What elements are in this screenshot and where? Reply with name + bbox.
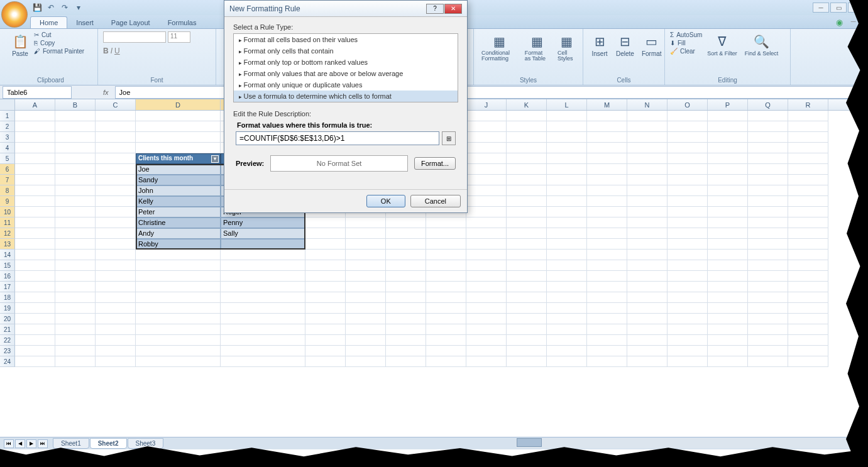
cell[interactable] — [667, 260, 708, 271]
cell[interactable] — [426, 356, 466, 367]
cell[interactable] — [547, 356, 587, 367]
row-header[interactable]: 12 — [0, 228, 15, 239]
tab-nav-prev[interactable]: ◀ — [15, 439, 25, 448]
cell[interactable]: Sally — [221, 228, 305, 239]
cell[interactable] — [466, 207, 507, 217]
cell[interactable] — [627, 217, 667, 228]
cell[interactable] — [748, 271, 788, 282]
cell[interactable] — [788, 239, 828, 250]
fx-icon[interactable]: fx — [103, 89, 109, 96]
cell[interactable] — [788, 282, 828, 292]
column-header-B[interactable]: B — [55, 99, 96, 110]
cell[interactable] — [221, 324, 305, 335]
dialog-title-bar[interactable]: New Formatting Rule ? ✕ — [224, 1, 467, 17]
cell[interactable] — [15, 164, 55, 175]
cell[interactable] — [15, 121, 55, 132]
cell[interactable] — [507, 282, 547, 292]
name-box[interactable] — [3, 86, 72, 99]
cell[interactable] — [136, 292, 221, 303]
cell[interactable] — [346, 228, 386, 239]
autosum-button[interactable]: ΣAutoSum — [670, 31, 702, 38]
cell[interactable] — [55, 217, 96, 228]
cell[interactable] — [788, 324, 828, 335]
cell[interactable] — [426, 228, 466, 239]
cell[interactable] — [788, 111, 828, 121]
column-header-P[interactable]: P — [708, 99, 748, 110]
cell[interactable] — [136, 335, 221, 346]
cell[interactable] — [748, 346, 788, 356]
cell[interactable] — [386, 228, 426, 239]
cell[interactable] — [15, 217, 55, 228]
cell[interactable] — [466, 132, 507, 143]
cell[interactable] — [788, 153, 828, 164]
row-header[interactable]: 15 — [0, 260, 15, 271]
cell[interactable] — [507, 196, 547, 207]
cell[interactable] — [748, 228, 788, 239]
row-header[interactable]: 11 — [0, 217, 15, 228]
cell[interactable] — [547, 132, 587, 143]
sheet-tab[interactable]: Sheet1 — [53, 438, 89, 449]
cell[interactable] — [788, 217, 828, 228]
cell[interactable] — [748, 143, 788, 153]
cell[interactable] — [136, 132, 221, 143]
cell[interactable] — [667, 250, 708, 260]
cell[interactable] — [15, 324, 55, 335]
cell[interactable] — [221, 314, 305, 324]
cell[interactable] — [587, 111, 627, 121]
cell[interactable] — [346, 314, 386, 324]
insert-button[interactable]: ⊞Insert — [588, 31, 611, 58]
cell[interactable] — [96, 292, 136, 303]
cell[interactable] — [547, 271, 587, 282]
cell[interactable] — [386, 282, 426, 292]
cell[interactable] — [708, 282, 748, 292]
cell[interactable] — [55, 239, 96, 250]
cell[interactable] — [15, 196, 55, 207]
cell[interactable] — [547, 185, 587, 196]
cell[interactable] — [305, 250, 346, 260]
cell[interactable] — [788, 164, 828, 175]
cell[interactable] — [708, 239, 748, 250]
cell[interactable] — [346, 260, 386, 271]
cell[interactable] — [386, 335, 426, 346]
cell[interactable] — [15, 260, 55, 271]
cell[interactable] — [221, 292, 305, 303]
cell[interactable] — [667, 175, 708, 185]
cell-styles-button[interactable]: ▦Cell Styles — [555, 31, 578, 63]
row-header[interactable]: 23 — [0, 346, 15, 356]
cell[interactable] — [748, 196, 788, 207]
cell[interactable] — [426, 271, 466, 282]
cell[interactable] — [547, 111, 587, 121]
cell[interactable] — [667, 228, 708, 239]
cell[interactable] — [386, 314, 426, 324]
cell[interactable] — [547, 292, 587, 303]
undo-icon[interactable]: ↶ — [45, 2, 57, 13]
cell[interactable] — [507, 217, 547, 228]
cell[interactable] — [547, 143, 587, 153]
format-painter-button[interactable]: 🖌Format Painter — [34, 48, 84, 55]
cell[interactable] — [136, 121, 221, 132]
ok-button[interactable]: OK — [366, 195, 405, 207]
cell[interactable] — [748, 175, 788, 185]
cell[interactable] — [15, 153, 55, 164]
cell[interactable] — [96, 207, 136, 217]
tab-page-layout[interactable]: Page Layout — [102, 17, 159, 28]
cell[interactable] — [221, 250, 305, 260]
rule-type-item[interactable]: Format only top or bottom ranked values — [234, 57, 458, 68]
cell[interactable] — [667, 356, 708, 367]
cell[interactable] — [708, 207, 748, 217]
cell[interactable] — [221, 346, 305, 356]
cell[interactable] — [15, 335, 55, 346]
cell[interactable] — [748, 292, 788, 303]
cell[interactable] — [386, 324, 426, 335]
cell[interactable] — [788, 132, 828, 143]
dialog-help-button[interactable]: ? — [426, 4, 444, 14]
cell[interactable]: Robby — [136, 239, 221, 250]
cell[interactable] — [96, 121, 136, 132]
rule-type-item[interactable]: Use a formula to determine which cells t… — [234, 91, 458, 102]
cell[interactable] — [386, 217, 426, 228]
cell[interactable] — [587, 175, 627, 185]
cell[interactable] — [667, 111, 708, 121]
cell[interactable] — [136, 111, 221, 121]
row-header[interactable]: 17 — [0, 282, 15, 292]
row-header[interactable]: 6 — [0, 164, 15, 175]
